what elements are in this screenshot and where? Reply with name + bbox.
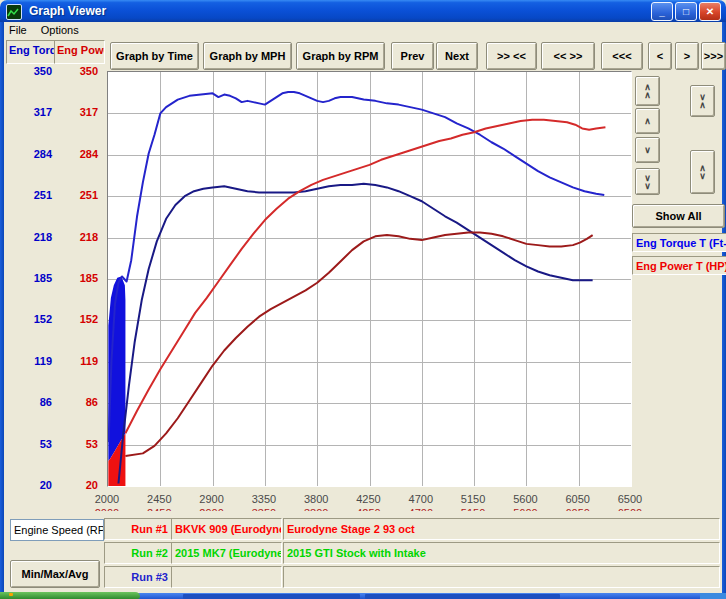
power-axis-header: Eng Power — [54, 40, 105, 64]
menu-file[interactable]: File — [9, 24, 27, 36]
chart-plot-area — [107, 71, 632, 487]
chart-svg — [108, 72, 631, 486]
close-button[interactable]: ✕ — [699, 2, 721, 21]
run3-file-field[interactable] — [171, 566, 282, 588]
minimize-button[interactable]: _ — [651, 2, 673, 21]
power-axis-header-label: Eng Power — [57, 44, 105, 56]
rpm-tick-3350: 3350 — [242, 493, 286, 505]
app-icon — [6, 4, 22, 20]
torque-tick-251: 251 — [10, 189, 52, 201]
taskbar-task-button[interactable] — [183, 594, 360, 599]
scroll-right-button[interactable]: > — [675, 42, 699, 70]
pan-down-button[interactable]: ∨ — [635, 137, 660, 163]
title-bar[interactable]: Graph Viewer _ □ ✕ — [0, 0, 726, 22]
next-button[interactable]: Next — [436, 42, 478, 70]
legend-eng-power-label: Eng Power T (HP) — [636, 260, 726, 272]
scroll-left-button[interactable]: < — [648, 42, 672, 70]
clipped-red-tick: 6500 — [608, 507, 652, 511]
power-tick-218: 218 — [56, 231, 98, 243]
power-tick-185: 185 — [56, 272, 98, 284]
secondary-axis-clipped-row: 2000245029003350380042504700515056006050… — [0, 507, 726, 511]
rpm-tick-3800: 3800 — [294, 493, 338, 505]
rpm-tick-2450: 2450 — [137, 493, 181, 505]
legend-eng-torque[interactable]: Eng Torque T (Ft-lb — [632, 233, 726, 252]
clipped-red-tick: 4700 — [399, 507, 443, 511]
rpm-tick-2000: 2000 — [85, 493, 129, 505]
power-tick-20: 20 — [56, 479, 98, 491]
torque-tick-119: 119 — [10, 355, 52, 367]
legend-eng-power[interactable]: Eng Power T (HP) — [632, 256, 726, 275]
torque-tick-284: 284 — [10, 148, 52, 160]
power-tick-350: 350 — [56, 65, 98, 77]
min-max-avg-button[interactable]: Min/Max/Avg — [10, 560, 100, 588]
power-tick-152: 152 — [56, 313, 98, 325]
zoom-out-x-button[interactable]: << >> — [541, 42, 595, 70]
power-tick-317: 317 — [56, 106, 98, 118]
clipped-red-tick: 6050 — [556, 507, 600, 511]
series-run2-power — [125, 233, 592, 456]
series-run2-torque — [118, 184, 592, 484]
start-button[interactable] — [0, 592, 140, 599]
power-tick-119: 119 — [56, 355, 98, 367]
rpm-tick-2900: 2900 — [190, 493, 234, 505]
torque-tick-20: 20 — [10, 479, 52, 491]
maximize-button[interactable]: □ — [675, 2, 697, 21]
zoom-out-y-button[interactable]: ∧ ∨ — [690, 150, 715, 194]
graph-by-rpm-button[interactable]: Graph by RPM — [296, 42, 385, 70]
clipped-red-tick: 5150 — [451, 507, 495, 511]
torque-tick-218: 218 — [10, 231, 52, 243]
rpm-tick-4250: 4250 — [347, 493, 391, 505]
torque-tick-152: 152 — [10, 313, 52, 325]
pan-down-fast-button[interactable]: ∨ ∨ — [635, 168, 660, 195]
run2-file-field[interactable]: 2015 MK7 (Eurodyne, E — [171, 542, 282, 564]
window-title: Graph Viewer — [29, 4, 106, 18]
power-tick-53: 53 — [56, 438, 98, 450]
power-tick-284: 284 — [56, 148, 98, 160]
menu-bar: File Options — [4, 22, 726, 38]
torque-tick-185: 185 — [10, 272, 52, 284]
run2-note-field[interactable]: 2015 GTI Stock with Intake — [283, 542, 720, 564]
series-run1-power — [125, 120, 605, 434]
rpm-tick-5600: 5600 — [503, 493, 547, 505]
graph-by-time-button[interactable]: Graph by Time — [110, 42, 199, 70]
clipped-red-tick: 3350 — [242, 507, 286, 511]
scroll-left-fast-button[interactable]: <<< — [601, 42, 643, 70]
taskbar-task-button[interactable] — [365, 594, 560, 599]
show-all-button[interactable]: Show All — [632, 204, 725, 228]
clipped-red-tick: 4250 — [347, 507, 391, 511]
torque-axis-header-label: Eng Torque — [9, 44, 57, 56]
run3-label: Run #3 — [104, 566, 174, 588]
power-tick-86: 86 — [56, 396, 98, 408]
zoom-in-x-button[interactable]: >> << — [486, 42, 537, 70]
prev-button[interactable]: Prev — [391, 42, 434, 70]
pan-up-button[interactable]: ∧ — [635, 108, 660, 134]
rpm-tick-5150: 5150 — [451, 493, 495, 505]
run1-label: Run #1 — [104, 518, 174, 540]
x-axis-title-field[interactable]: Engine Speed (RPM) — [10, 519, 104, 541]
run1-file-field[interactable]: BKVK 909 (Eurodyne, M — [171, 518, 282, 540]
clipped-red-tick: 3800 — [294, 507, 338, 511]
windows-logo-icon — [9, 593, 13, 596]
torque-tick-350: 350 — [10, 65, 52, 77]
clipped-red-tick: 2450 — [137, 507, 181, 511]
taskbar-tray — [700, 593, 726, 599]
run1-note-field[interactable]: Eurodyne Stage 2 93 oct — [283, 518, 720, 540]
menu-options[interactable]: Options — [41, 24, 79, 36]
zoom-in-y-button[interactable]: ∨ ∧ — [690, 85, 715, 117]
clipped-red-tick: 2900 — [190, 507, 234, 511]
clipped-red-tick: 5600 — [503, 507, 547, 511]
torque-axis-header: Eng Torque — [6, 40, 57, 64]
run2-label: Run #2 — [104, 542, 174, 564]
legend-eng-torque-label: Eng Torque T (Ft-lb — [636, 237, 726, 249]
torque-tick-53: 53 — [10, 438, 52, 450]
pan-up-fast-button[interactable]: ∧ ∧ — [635, 76, 660, 106]
rpm-tick-6500: 6500 — [608, 493, 652, 505]
graph-by-mph-button[interactable]: Graph by MPH — [203, 42, 292, 70]
rpm-tick-6050: 6050 — [556, 493, 600, 505]
power-tick-251: 251 — [56, 189, 98, 201]
run3-note-field[interactable] — [283, 566, 720, 588]
clipped-red-tick: 2000 — [85, 507, 129, 511]
torque-tick-86: 86 — [10, 396, 52, 408]
scroll-right-fast-button[interactable]: >>> — [701, 42, 726, 70]
rpm-tick-4700: 4700 — [399, 493, 443, 505]
